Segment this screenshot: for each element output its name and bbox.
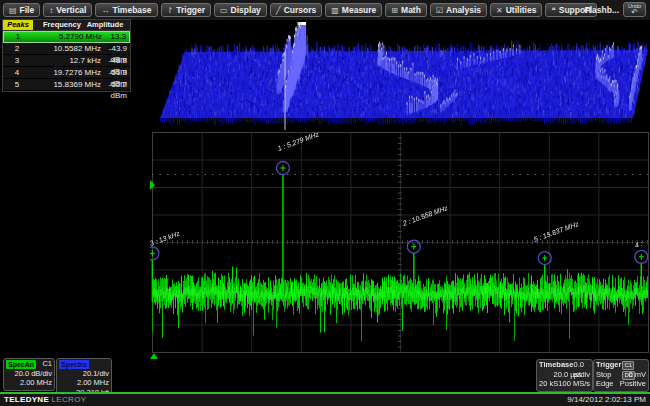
timebase-scale: 20.0 µs/div [539,370,590,380]
menu-label: Vertical [56,5,86,15]
trigger-mode: Stop [596,370,611,380]
peak-row-5[interactable]: 515.8369 MHz-52.2 dBm [3,79,130,91]
trigger-type: Edge [596,379,614,389]
peak-frequency: 15.8369 MHz [31,79,103,90]
datetime-label: 9/14/2012 2:02:13 PM [567,394,646,406]
timebase-samples: 20 kS [539,379,558,389]
flash-status-label: Flashb... [585,5,619,15]
peak-frequency: 10.5582 MHz [31,43,103,54]
menu-file[interactable]: ▤File [3,3,40,17]
peaks-table-body: 15.2790 MHz13.3 dBm210.5582 MHz-43.9 dBm… [3,31,130,91]
menu-label: Utilities [506,5,537,15]
peaks-table-header: Peaks Frequency Amplitude [3,20,130,31]
menu-label: Display [231,5,261,15]
spectro-bandwidth: 2.00 MHz [59,378,109,388]
timebase-rate: 100 MS/s [558,379,590,389]
peak-number: 5 [3,79,31,90]
menu-label: Cursors [284,5,317,15]
analysis-icon: ☑ [436,6,443,15]
peak-row-3[interactable]: 312.7 kHz-48.8 dBm [3,55,130,67]
frequency-column-header: Frequency [37,20,87,30]
menu-math[interactable]: ⊞Math [385,3,427,17]
menu-label: Math [401,5,421,15]
amplitude-column-header: Amplitude [83,20,127,30]
cursors-icon: ╱ [276,6,281,15]
peak-number: 4 [3,67,31,78]
undo-button[interactable]: Undo ↶ [623,2,646,17]
timebase-label: Timebase [539,360,573,370]
peak-frequency: 12.7 kHz [31,55,103,66]
peak-amplitude: 13.3 dBm [104,32,129,42]
menu-label: Measure [342,5,377,15]
math-icon: ⊞ [391,6,398,15]
peak-row-2[interactable]: 210.5582 MHz-43.9 dBm [3,43,130,55]
menu-utilities[interactable]: ✕Utilities [490,3,542,17]
brand-logo: TELEDYNE LECROY [4,394,86,406]
timebase-box[interactable]: Timebase 0.0 µs 20.0 µs/div 20 kS 100 MS… [536,359,593,392]
menu-display[interactable]: ▭Display [214,3,267,17]
peak-amplitude: -43.9 dBm [103,43,130,54]
peak-amplitude: -51.3 dBm [103,67,130,78]
menu-label: Trigger [176,5,205,15]
menu-trigger[interactable]: ↾Trigger [161,3,212,17]
specan-descriptor-box[interactable]: SpecAn C1 20.0 dB/div 2.00 MHz [3,358,55,391]
peak-number: 2 [3,43,31,54]
menu-timebase[interactable]: ↔Timebase [95,3,157,17]
support-icon: ❝ [551,6,555,15]
utilities-icon: ✕ [496,6,503,15]
measure-icon: ▥ [331,6,339,15]
menu-cursors[interactable]: ╱Cursors [270,3,322,17]
spectro-trace-label: Spectro [59,360,89,369]
trigger-icon: ↾ [167,6,174,15]
specan-trace-label: SpecAn [6,360,36,369]
timebase-offset: 0.0 µs [573,360,590,370]
peak-row-1[interactable]: 15.2790 MHz13.3 dBm [3,31,130,43]
timebase-icon: ↔ [101,6,109,15]
spectro-descriptor-box[interactable]: Spectro 20.1/div 2.00 MHz 29.218 k# [56,358,112,396]
spectro-scale: 20.1/div [59,369,109,379]
status-bar: TELEDYNE LECROY 9/14/2012 2:02:13 PM [0,394,650,406]
specan-source: C1 [42,359,52,369]
file-icon: ▤ [9,6,17,15]
menu-label: Timebase [112,5,151,15]
peak-number: 3 [3,55,31,66]
peak-frequency: 19.7276 MHz [31,67,103,78]
peaks-header-tab[interactable]: Peaks [3,20,33,30]
oscilloscope-window: ▤File↕Vertical↔Timebase↾Trigger▭Display╱… [0,0,650,406]
display-icon: ▭ [220,6,228,15]
menu-measure[interactable]: ▥Measure [325,3,382,17]
3d-spectrogram-display[interactable] [150,20,650,132]
trigger-slope: Positive [620,379,646,389]
peaks-table: Peaks Frequency Amplitude 15.2790 MHz13.… [2,19,131,92]
specan-bandwidth: 2.00 MHz [6,378,52,388]
spectrum-graticule-display[interactable] [150,130,650,360]
specan-scale: 20.0 dB/div [6,369,52,379]
menu-analysis[interactable]: ☑Analysis [430,3,487,17]
trigger-label: Trigger [596,360,621,370]
undo-arrow-icon: ↶ [624,9,645,16]
menu-bar: ▤File↕Vertical↔Timebase↾Trigger▭Display╱… [0,0,650,20]
peak-amplitude: -48.8 dBm [103,55,130,66]
menu-label: Analysis [446,5,481,15]
peak-number: 1 [4,32,32,42]
peak-amplitude: -52.2 dBm [103,79,130,90]
trigger-level: 0 mV [628,370,646,380]
menu-vertical[interactable]: ↕Vertical [43,3,92,17]
peak-frequency: 5.2790 MHz [32,32,104,42]
menu-label: File [20,5,35,15]
peak-row-4[interactable]: 419.7276 MHz-51.3 dBm [3,67,130,79]
vertical-icon: ↕ [49,6,53,15]
trigger-box[interactable]: Trigger C1DC Stop 0 mV Edge Positive [593,359,649,392]
